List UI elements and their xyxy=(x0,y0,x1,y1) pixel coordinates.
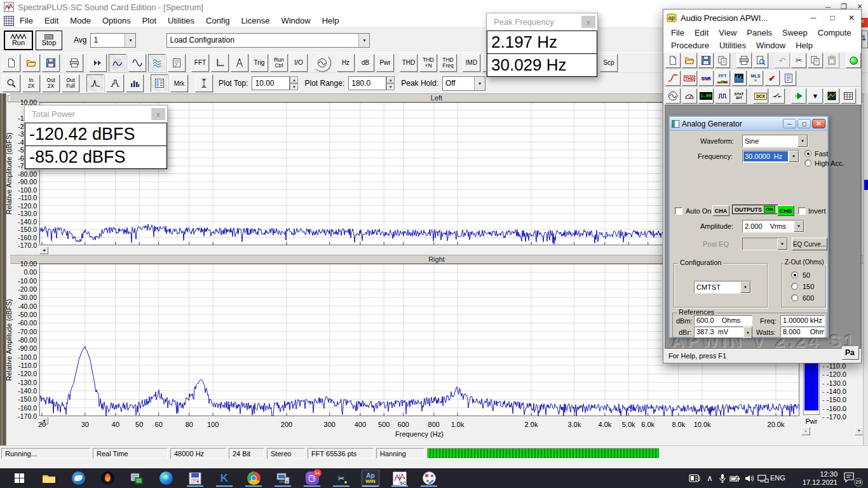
menu-options[interactable]: Options xyxy=(97,15,137,27)
zoom-out-full-button[interactable]: OutFull xyxy=(62,74,79,92)
save-test-button[interactable] xyxy=(698,53,714,68)
taskbar-backup-tool[interactable] xyxy=(186,470,205,487)
taskbar-file-explorer[interactable] xyxy=(39,470,58,487)
verify-button[interactable]: ✔ xyxy=(764,71,780,86)
peak-hold-select[interactable]: Off▼ xyxy=(442,76,485,91)
z-out-600-radio[interactable] xyxy=(791,294,798,301)
taskbar-system-tool[interactable] xyxy=(127,470,146,487)
tray-network-icon[interactable] xyxy=(756,468,770,488)
taskbar-viber[interactable]: 34 xyxy=(302,470,322,487)
apwin-titlebar[interactable]: ap Audio Precision APWI... ─ □ ✕ xyxy=(663,10,861,26)
analog-generator-button[interactable] xyxy=(665,88,681,104)
trigger-button[interactable]: Trig xyxy=(250,54,268,72)
scope-button[interactable]: Scp xyxy=(600,54,618,72)
io-device-button[interactable]: I/O xyxy=(290,54,308,72)
apwin-menu-help[interactable]: Help xyxy=(790,40,818,51)
fft-settings-button[interactable]: FFT xyxy=(191,54,209,72)
marker-button[interactable]: Mrk xyxy=(170,74,188,92)
total-power-button[interactable]: Pwr xyxy=(376,54,394,72)
time-series-view-button[interactable] xyxy=(128,54,146,72)
invert-checkbox[interactable] xyxy=(798,207,806,215)
tray-widgets-icon[interactable] xyxy=(688,468,702,488)
menu-license[interactable]: License xyxy=(236,15,276,27)
high-acc-radio[interactable] xyxy=(804,159,811,166)
menu-help[interactable]: Help xyxy=(316,15,345,27)
thd-button[interactable]: THD xyxy=(400,54,417,72)
sweep-stop-button[interactable]: ▼ xyxy=(808,88,823,104)
plot-top-input-spinner[interactable]: ▲▼ xyxy=(290,76,298,90)
start-button[interactable] xyxy=(5,468,33,488)
load-configuration-select[interactable]: Load Configuration ▼ xyxy=(166,33,370,48)
mdi-close-button[interactable]: ✕ xyxy=(862,18,868,27)
zoom-in-2x-button[interactable]: In2X xyxy=(22,74,40,92)
channel-b-button[interactable]: CHB xyxy=(777,205,794,216)
calibration-button[interactable] xyxy=(231,54,248,72)
dmm-button[interactable]: 1.99 xyxy=(698,88,714,104)
taskbar-hardware-info[interactable] xyxy=(273,470,292,487)
units-hz-button[interactable]: Hz xyxy=(337,54,355,72)
save-all-button[interactable] xyxy=(715,53,730,68)
taskbar-spectraplus[interactable]: SC xyxy=(390,470,409,487)
tray-clock[interactable]: 12:30 17.12.2021 xyxy=(792,470,837,487)
tray-volume-icon[interactable] xyxy=(742,468,756,488)
graph-button[interactable] xyxy=(824,88,839,104)
spectrum-panel-button[interactable] xyxy=(731,71,747,86)
z-out-150-radio[interactable] xyxy=(791,283,798,290)
analog-generator-titlebar[interactable]: Analog Generator ─ ◻ ✕ xyxy=(670,117,827,131)
report-view-button[interactable] xyxy=(168,54,186,72)
paste-button[interactable] xyxy=(824,53,839,68)
clipped-toolbar-button[interactable]: ⇅ xyxy=(862,30,868,48)
snr-panel-button[interactable]: SNR xyxy=(698,71,714,86)
meter-zoom-out-button[interactable]: - xyxy=(801,427,810,435)
channel-a-button[interactable]: CHA xyxy=(712,205,729,216)
pa-tab[interactable]: Pa xyxy=(842,346,859,360)
menu-plot[interactable]: Plot xyxy=(137,15,162,27)
data-editor-button[interactable] xyxy=(841,88,856,104)
analyzer-button[interactable] xyxy=(682,88,697,104)
taskbar-snipping-tool[interactable]: ✂ xyxy=(332,470,351,487)
apwin-menu-compute[interactable]: Compute xyxy=(813,27,857,38)
peak-frequency-titlebar[interactable]: Peak Frequency x xyxy=(487,13,597,30)
fft-panel-button[interactable]: FFT▂▄▃ xyxy=(715,71,730,86)
print-button[interactable] xyxy=(736,53,752,68)
status-bits-button[interactable]: STATBIT xyxy=(731,88,747,104)
analog-generator-panel[interactable]: Analog Generator ─ ◻ ✕ Waveform: Sine ▼ … xyxy=(668,116,829,338)
open-file-button[interactable] xyxy=(22,54,40,72)
meter-zoom-in-button[interactable]: + xyxy=(855,427,864,435)
watts-input[interactable]: 8.000 Ohms xyxy=(780,327,825,337)
apwin-menu-file[interactable]: File xyxy=(666,27,689,38)
dbr-input[interactable]: 387.3 mV xyxy=(694,327,743,337)
menu-config[interactable]: Config xyxy=(200,15,236,27)
scaling-button[interactable] xyxy=(211,54,229,72)
menu-window[interactable]: Window xyxy=(275,15,316,27)
apwin-menu-panels[interactable]: Panels xyxy=(742,27,777,38)
playback-button[interactable] xyxy=(89,54,107,72)
taskbar-chrome[interactable] xyxy=(244,470,263,487)
tray-show-hidden-icons[interactable]: ∧ xyxy=(703,468,717,488)
imd-button[interactable]: IMD xyxy=(463,54,480,72)
thd-freq-button[interactable]: THDFreq xyxy=(439,54,457,72)
waveform-select[interactable]: Sine ▼ xyxy=(742,135,808,147)
menu-utilities[interactable]: Utilities xyxy=(162,15,200,27)
tray-notifications-icon[interactable]: 23 xyxy=(843,471,862,485)
z-out-50-radio[interactable] xyxy=(791,271,798,278)
close-icon[interactable]: x xyxy=(151,108,165,120)
amplitude-select[interactable]: 2.000 Vrms ▼ xyxy=(742,220,804,233)
auto-on-checkbox[interactable] xyxy=(675,207,682,215)
taskbar-apwin[interactable]: ApWIN xyxy=(361,470,380,487)
stop-button[interactable]: Stop xyxy=(36,30,62,50)
eq-curve-button[interactable]: EQ Curve... xyxy=(792,238,827,250)
apwin-menu-utilities[interactable]: Utilities xyxy=(714,40,751,51)
tray-battery-icon[interactable] xyxy=(728,468,742,488)
avg-select[interactable]: 1 ▼ xyxy=(90,33,136,48)
fast-radio[interactable] xyxy=(804,150,811,157)
sweep-panel-button[interactable] xyxy=(665,71,681,86)
configuration-select[interactable]: CMTST ▼ xyxy=(694,281,751,294)
chevron-down-icon[interactable]: ▼ xyxy=(743,327,752,339)
minimize-button[interactable]: ─ xyxy=(783,119,796,128)
save-file-button[interactable] xyxy=(42,54,60,72)
plot-top-input[interactable] xyxy=(252,76,290,90)
plot-options-button[interactable] xyxy=(151,74,168,92)
digital-io-button[interactable] xyxy=(715,88,730,104)
sweep-go-button[interactable] xyxy=(791,88,806,104)
